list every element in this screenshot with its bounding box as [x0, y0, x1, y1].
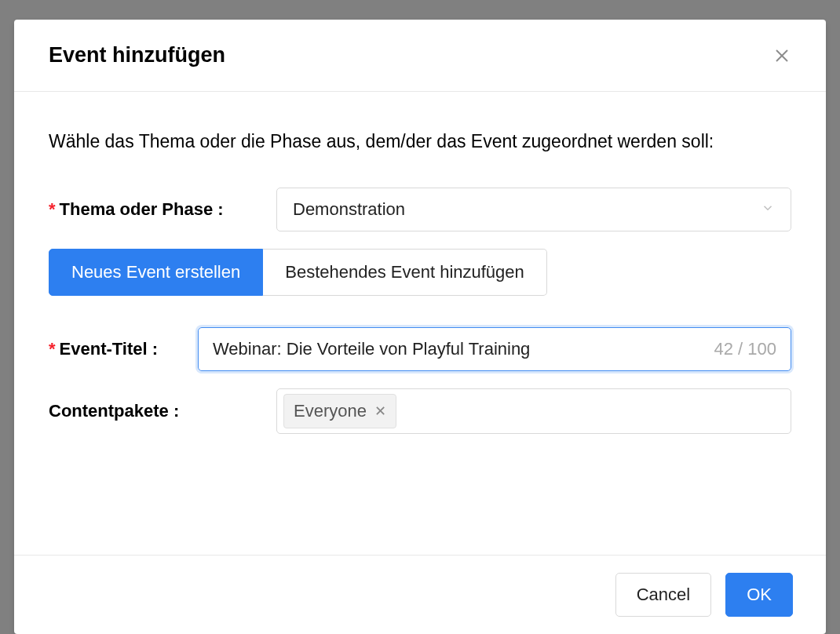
- content-packages-label: Contentpakete :: [49, 401, 276, 421]
- modal-title: Event hinzufügen: [49, 43, 225, 67]
- content-packages-input[interactable]: Everyone ✕: [276, 388, 791, 434]
- modal-footer: Cancel OK: [14, 555, 826, 634]
- modal-body: Wähle das Thema oder die Phase aus, dem/…: [14, 92, 826, 555]
- ok-button[interactable]: OK: [725, 573, 793, 617]
- add-event-modal: Event hinzufügen Wähle das Thema oder di…: [14, 20, 826, 634]
- event-title-input-wrap: 42 / 100: [198, 327, 791, 371]
- cancel-button[interactable]: Cancel: [615, 573, 711, 617]
- create-new-event-tab[interactable]: Neues Event erstellen: [49, 249, 263, 296]
- content-package-tag: Everyone ✕: [283, 394, 396, 428]
- remove-tag-icon[interactable]: ✕: [374, 403, 386, 420]
- topic-phase-select[interactable]: Demonstration: [276, 188, 791, 231]
- chevron-down-icon: [761, 199, 775, 220]
- topic-phase-label-text: Thema oder Phase :: [60, 199, 224, 219]
- required-star-icon: *: [49, 339, 56, 359]
- add-existing-event-tab[interactable]: Bestehendes Event hinzufügen: [263, 249, 547, 296]
- topic-phase-selected-value: Demonstration: [293, 199, 405, 220]
- topic-phase-label: *Thema oder Phase :: [49, 199, 276, 220]
- event-title-field: *Event-Titel : 42 / 100: [49, 327, 791, 371]
- required-star-icon: *: [49, 199, 56, 219]
- event-title-label: *Event-Titel :: [49, 339, 198, 359]
- modal-instructions: Wähle das Thema oder die Phase aus, dem/…: [49, 127, 791, 156]
- topic-phase-field: *Thema oder Phase : Demonstration: [49, 188, 791, 231]
- close-icon[interactable]: [772, 46, 791, 65]
- event-title-char-counter: 42 / 100: [714, 339, 776, 359]
- event-title-label-text: Event-Titel :: [60, 339, 159, 359]
- modal-header: Event hinzufügen: [14, 20, 826, 92]
- event-mode-toggle: Neues Event erstellen Bestehendes Event …: [49, 249, 791, 296]
- event-title-input[interactable]: [213, 328, 704, 370]
- content-packages-field: Contentpakete : Everyone ✕: [49, 388, 791, 434]
- content-package-tag-label: Everyone: [294, 401, 367, 421]
